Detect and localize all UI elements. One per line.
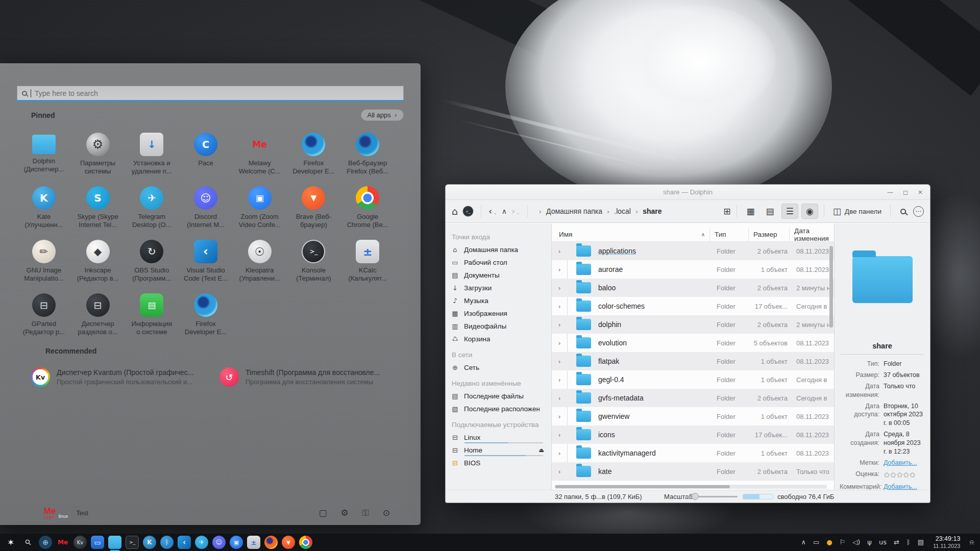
place-drive-bios[interactable]: ⊟ BIOS bbox=[451, 457, 551, 469]
notifications-bell-icon[interactable]: ⍾ bbox=[969, 538, 974, 546]
firefox-icon[interactable] bbox=[264, 536, 278, 549]
app-skype[interactable]: S Skype (Skype Internet Tel... bbox=[71, 182, 125, 236]
places-section-entries[interactable]: Точки входа bbox=[452, 233, 551, 241]
chrome-icon[interactable] bbox=[299, 536, 312, 549]
app-obs-studio[interactable]: ↻ OBS Studio (Программ... bbox=[125, 236, 179, 289]
details-view-icon[interactable]: ☰ bbox=[786, 206, 794, 216]
preview-eye-icon[interactable]: ◉ bbox=[806, 206, 814, 216]
app-firefox-developer-2[interactable]: Firefox Developer E... bbox=[179, 289, 233, 343]
search-taskbar-icon[interactable]: ⚲ bbox=[19, 533, 38, 551]
keyboard-layout-label[interactable]: us bbox=[879, 538, 887, 546]
tray-expand-chevron-icon[interactable]: ∧ bbox=[801, 538, 806, 546]
expand-chevron-icon[interactable]: › bbox=[552, 321, 567, 329]
kcalc-icon[interactable]: ± bbox=[247, 536, 260, 549]
place-downloads[interactable]: ↓ Загрузки bbox=[451, 282, 551, 294]
minimize-icon[interactable]: — bbox=[887, 189, 893, 196]
app-partition-manager[interactable]: ⊟ Диспетчер разделов о... bbox=[71, 289, 125, 343]
app-inkscape[interactable]: ◆ Inkscape (Редактор в... bbox=[71, 236, 125, 289]
app-zoom[interactable]: ▣ Zoom (Zoom Video Confe... bbox=[233, 182, 287, 236]
file-row[interactable]: › kactivitymanagerd Folder 1 объект 08.1… bbox=[552, 444, 834, 462]
app-pace[interactable]: C Pace bbox=[179, 129, 233, 182]
close-icon[interactable]: ✕ bbox=[918, 189, 923, 196]
expand-chevron-icon[interactable]: › bbox=[552, 394, 567, 402]
app-system-settings[interactable]: ⚙ Параметры системы bbox=[71, 129, 125, 182]
file-row[interactable]: › color-schemes Folder 17 объек... Сегод… bbox=[552, 297, 834, 315]
expand-chevron-icon[interactable]: › bbox=[552, 431, 567, 439]
place-music[interactable]: ♪ Музыка bbox=[451, 294, 551, 307]
expand-chevron-icon[interactable]: › bbox=[552, 376, 567, 384]
app-dolphin[interactable]: Dolphin (Диспетчер... bbox=[17, 129, 71, 182]
file-row[interactable]: › evolution Folder 5 объектов 08.11.2023 bbox=[552, 334, 834, 352]
file-row[interactable]: › kate Folder 2 объекта Только что bbox=[552, 462, 834, 481]
app-brave[interactable]: ▼ Brave (Веб- браузер) bbox=[287, 182, 341, 236]
lock-button[interactable]: ⚿ bbox=[362, 508, 369, 518]
compact-view-icon[interactable]: ▤ bbox=[766, 206, 774, 216]
telegram-icon[interactable]: ✈ bbox=[195, 536, 208, 549]
app-gimp[interactable]: ✏ GNU Image Manipulatio... bbox=[17, 236, 71, 289]
recommended-timeshift[interactable]: ↺ Timeshift (Программа для восстановле..… bbox=[219, 362, 408, 392]
place-home[interactable]: ⌂ Домашняя папка bbox=[451, 243, 551, 256]
breadcrumb-local[interactable]: .local bbox=[614, 207, 631, 215]
expand-chevron-icon[interactable]: › bbox=[552, 468, 567, 475]
zoom-icon[interactable]: ▣ bbox=[230, 536, 243, 549]
place-recent-files[interactable]: ▤ Последние файлы bbox=[451, 390, 551, 403]
app-discover[interactable]: ↓ Установка и удаление п... bbox=[125, 129, 179, 182]
info-field-value[interactable]: Folder bbox=[884, 360, 925, 368]
info-field-value[interactable]: Добавить... bbox=[884, 459, 925, 467]
places-section-network[interactable]: В сети bbox=[452, 351, 551, 359]
usb-device-icon[interactable]: ψ bbox=[867, 538, 872, 546]
file-row[interactable]: › aurorae Folder 1 объект 08.11.2023 bbox=[552, 260, 834, 279]
scrollbar-thumb[interactable] bbox=[555, 485, 730, 488]
place-trash[interactable]: ♺ Корзина bbox=[451, 333, 551, 345]
kvantum-icon[interactable]: Kv bbox=[74, 536, 87, 549]
search-icon[interactable] bbox=[900, 209, 906, 214]
expand-chevron-icon[interactable]: › bbox=[552, 303, 567, 310]
power-button[interactable]: ⊙ bbox=[383, 508, 390, 518]
app-system-info[interactable]: ▤ Информация о системе bbox=[125, 289, 179, 343]
recommended-kvantum[interactable]: Kv Диспетчер Kvantum (Простой графичес..… bbox=[31, 362, 219, 392]
app-kate[interactable]: K Kate (Улучшенн... bbox=[17, 182, 71, 236]
place-videos[interactable]: ▥ Видеофайлы bbox=[451, 320, 551, 333]
launcher-button-icon[interactable]: ✶ bbox=[4, 536, 17, 549]
expand-chevron-icon[interactable]: › bbox=[552, 339, 567, 347]
file-row[interactable]: › gvfs-metadata Folder 2 объекта Сегодня… bbox=[552, 389, 834, 407]
file-row[interactable]: › gwenview Folder 1 объект 08.11.2023 bbox=[552, 407, 834, 425]
location-icon[interactable]: ⚐ bbox=[840, 538, 846, 546]
discord-icon[interactable]: ☺ bbox=[212, 536, 226, 549]
display-app-icon[interactable]: ▭ bbox=[91, 536, 104, 549]
app-gparted[interactable]: ⊟ GParted (Редактор р... bbox=[17, 289, 71, 343]
all-apps-button[interactable]: All apps › bbox=[361, 109, 404, 121]
place-drive-linux[interactable]: ⊟ Linux bbox=[451, 431, 551, 444]
expand-chevron-icon[interactable]: › bbox=[552, 413, 567, 420]
column-header-name[interactable]: Имя ∧ bbox=[552, 228, 710, 241]
file-row[interactable]: › flatpak Folder 1 объект 08.11.2023 bbox=[552, 352, 834, 370]
expand-chevron-icon[interactable]: › bbox=[552, 247, 567, 255]
overflow-menu-icon[interactable]: ⋯ bbox=[913, 206, 924, 217]
vertical-scrollbar[interactable] bbox=[829, 246, 833, 328]
expand-chevron-icon[interactable]: › bbox=[552, 358, 567, 365]
forward-button[interactable]: › ⌄ bbox=[511, 207, 520, 215]
horizontal-scrollbar[interactable] bbox=[554, 485, 827, 489]
melawy-welcome-icon[interactable]: Me bbox=[56, 536, 69, 549]
zoom-slider[interactable] bbox=[685, 496, 738, 497]
file-row[interactable]: › icons Folder 17 объек... 08.11.2023 bbox=[552, 425, 834, 444]
breadcrumb-home[interactable]: Домашняя папка bbox=[546, 207, 602, 215]
terminal-icon[interactable]: >_ bbox=[462, 206, 474, 217]
place-drive-home[interactable]: ⊟ Home ⏏ bbox=[451, 444, 551, 457]
settings-button[interactable]: ⚙ bbox=[341, 508, 349, 518]
places-section-devices[interactable]: Подключаемые устройства bbox=[452, 421, 551, 429]
konsole-icon[interactable]: >_ bbox=[126, 536, 139, 549]
color-indicator-icon[interactable]: ● bbox=[826, 538, 832, 546]
eject-icon[interactable]: ⏏ bbox=[539, 447, 544, 454]
expand-chevron-icon[interactable]: › bbox=[552, 266, 567, 273]
window-titlebar[interactable]: share — Dolphin — ◻ ✕ bbox=[446, 185, 930, 200]
split-view-button[interactable]: ◫ Две панели bbox=[830, 206, 885, 216]
up-icon[interactable]: ∧ bbox=[502, 207, 507, 215]
slider-handle[interactable] bbox=[692, 493, 699, 500]
app-melawy-welcome[interactable]: Me Melawy Welcome (C... bbox=[233, 129, 287, 182]
info-field-value[interactable]: 37 объектов bbox=[884, 371, 925, 380]
place-pictures[interactable]: ▦ Изображения bbox=[451, 307, 551, 320]
app-telegram[interactable]: ✈ Telegram Desktop (O... bbox=[125, 182, 179, 236]
vscode-icon[interactable]: ‹ bbox=[178, 536, 191, 549]
app-kcalc[interactable]: ± KCalc (Калькулят... bbox=[340, 236, 395, 289]
